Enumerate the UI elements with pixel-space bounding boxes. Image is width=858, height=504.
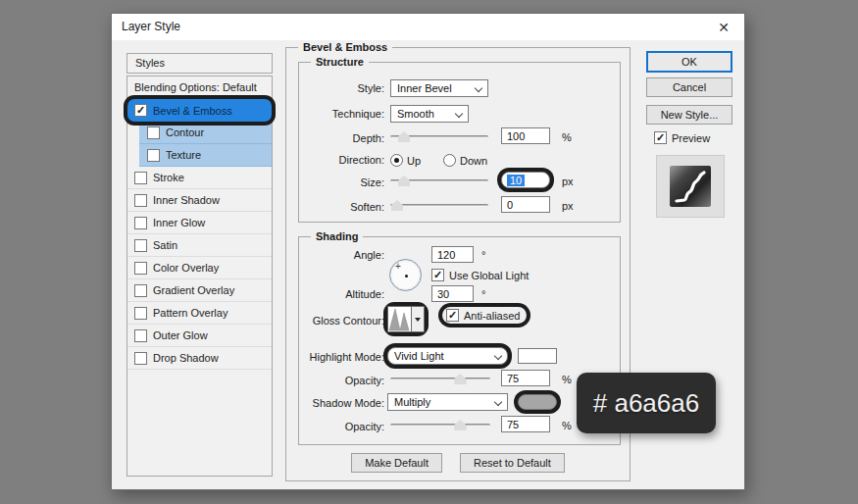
size-unit: px xyxy=(562,176,574,187)
shadow-color-swatch[interactable] xyxy=(518,394,557,410)
sidebar-item-bevel-emboss[interactable]: ✓ Bevel & Emboss xyxy=(127,99,272,122)
sidebar-item-satin[interactable]: Satin xyxy=(127,234,272,257)
checkbox[interactable] xyxy=(134,239,147,252)
cancel-button[interactable]: Cancel xyxy=(646,77,732,97)
shading-group: Shading Angle: + 120 ° ✓ Use Global Ligh… xyxy=(298,236,621,445)
opacity-value: 75 xyxy=(507,419,519,430)
sidebar-item-inner-glow[interactable]: Inner Glow xyxy=(127,212,272,234)
slider-thumb[interactable] xyxy=(391,200,403,211)
checkbox[interactable] xyxy=(134,194,147,207)
sidebar-item-blending-options[interactable]: Blending Options: Default xyxy=(127,76,272,99)
size-slider[interactable] xyxy=(390,175,488,187)
sidebar-item-label: Satin xyxy=(153,239,177,251)
sidebar-item-label: Color Overlay xyxy=(153,262,219,274)
dialog-titlebar[interactable]: Layer Style ✕ xyxy=(112,14,744,40)
checkbox[interactable] xyxy=(134,352,147,365)
slider-track xyxy=(390,204,488,207)
checkbox[interactable]: ✓ xyxy=(446,309,459,322)
highlight-mode-dropdown[interactable]: Vivid Light xyxy=(387,347,508,365)
structure-group: Structure Style: Inner Bevel Technique: … xyxy=(298,62,621,223)
reset-to-default-button[interactable]: Reset to Default xyxy=(460,453,565,473)
shadow-opacity-input[interactable]: 75 xyxy=(501,416,550,432)
sidebar-item-stroke[interactable]: Stroke xyxy=(127,167,272,189)
sidebar-item-texture[interactable]: Texture xyxy=(139,144,272,167)
sidebar-item-label: Stroke xyxy=(153,172,184,183)
soften-input[interactable]: 0 xyxy=(501,196,550,213)
use-global-light-label: Use Global Light xyxy=(449,270,529,281)
altitude-input[interactable]: 30 xyxy=(431,285,474,302)
opacity-unit: % xyxy=(562,420,572,431)
preview-checkbox[interactable]: ✓ Preview xyxy=(654,131,710,144)
contour-dropdown-arrow[interactable] xyxy=(412,306,425,332)
angle-dial[interactable]: + xyxy=(389,259,422,291)
checkbox[interactable]: ✓ xyxy=(431,269,444,281)
style-dropdown[interactable]: Inner Bevel xyxy=(390,79,488,97)
sidebar-item-drop-shadow[interactable]: Drop Shadow xyxy=(127,347,272,370)
direction-up-label: Up xyxy=(407,155,421,167)
depth-input[interactable]: 100 xyxy=(501,127,550,144)
depth-slider[interactable] xyxy=(390,130,488,143)
checkbox[interactable] xyxy=(147,149,160,162)
sidebar-item-contour[interactable]: Contour xyxy=(139,122,272,144)
dialog-title: Layer Style xyxy=(122,20,180,33)
sidebar-item-color-overlay[interactable]: Color Overlay xyxy=(127,257,272,279)
slider-thumb[interactable] xyxy=(454,420,466,430)
soften-label: Soften: xyxy=(299,201,384,213)
angle-label: Angle: xyxy=(299,249,384,261)
ok-button[interactable]: OK xyxy=(646,51,732,73)
highlight-opacity-slider[interactable] xyxy=(390,373,490,385)
shadow-opacity-slider[interactable] xyxy=(390,419,490,431)
slider-thumb[interactable] xyxy=(454,374,466,384)
styles-header: Styles xyxy=(126,53,273,74)
slider-thumb[interactable] xyxy=(398,131,410,142)
highlight-mode-label: Highlight Mode: xyxy=(299,351,384,363)
checkbox[interactable] xyxy=(134,172,147,184)
angle-pointer-icon[interactable]: + xyxy=(395,261,401,272)
soften-slider[interactable] xyxy=(390,199,488,212)
checkbox[interactable] xyxy=(134,262,147,275)
close-icon[interactable]: ✕ xyxy=(711,17,736,37)
shadow-mode-dropdown[interactable]: Multiply xyxy=(387,393,508,411)
checkbox[interactable] xyxy=(147,126,160,139)
size-input[interactable]: 10 xyxy=(501,172,550,188)
checkbox[interactable] xyxy=(134,284,147,297)
highlight-color-swatch[interactable] xyxy=(518,348,557,364)
shading-title: Shading xyxy=(311,230,363,242)
sidebar-item-outer-glow[interactable]: Outer Glow xyxy=(127,325,272,347)
opacity-label: Opacity: xyxy=(299,421,384,432)
checkbox[interactable]: ✓ xyxy=(134,104,147,117)
dial-center-dot xyxy=(405,275,408,277)
sidebar-item-label: Inner Glow xyxy=(153,217,205,228)
checkbox[interactable] xyxy=(134,217,147,229)
photoshop-workspace: Layer Style ✕ Styles Blending Options: D… xyxy=(0,0,858,504)
checkbox[interactable] xyxy=(134,307,147,320)
sidebar-item-inner-shadow[interactable]: Inner Shadow xyxy=(127,189,272,212)
sidebar-item-gradient-overlay[interactable]: Gradient Overlay xyxy=(127,279,272,302)
direction-up-radio[interactable] xyxy=(390,154,403,167)
highlight-mode-value: Vivid Light xyxy=(394,350,444,362)
structure-title: Structure xyxy=(311,56,369,68)
depth-label: Depth: xyxy=(299,132,384,144)
direction-down-radio[interactable] xyxy=(443,154,456,167)
angle-input[interactable]: 120 xyxy=(431,246,474,263)
make-default-button[interactable]: Make Default xyxy=(351,453,442,473)
panel-title: Bevel & Emboss xyxy=(298,41,392,53)
chevron-down-icon xyxy=(475,84,482,92)
checkbox[interactable]: ✓ xyxy=(654,131,667,144)
highlight-opacity-input[interactable]: 75 xyxy=(501,370,550,386)
shadow-mode-label: Shadow Mode: xyxy=(299,397,384,409)
chevron-down-icon xyxy=(494,352,502,360)
technique-dropdown[interactable]: Smooth xyxy=(390,105,469,123)
gloss-contour-picker[interactable] xyxy=(387,306,425,332)
slider-thumb[interactable] xyxy=(398,176,410,186)
depth-value: 100 xyxy=(507,130,525,142)
direction-label: Direction: xyxy=(299,154,384,166)
slider-track xyxy=(390,424,490,427)
contour-thumbnail-icon[interactable] xyxy=(387,306,412,332)
triangle-down-icon xyxy=(415,318,421,322)
checkbox[interactable] xyxy=(134,329,147,342)
new-style-button[interactable]: New Style... xyxy=(646,105,732,125)
use-global-light-checkbox[interactable]: ✓ Use Global Light xyxy=(431,269,529,281)
anti-aliased-checkbox[interactable]: ✓ Anti-aliased xyxy=(442,307,527,324)
sidebar-item-pattern-overlay[interactable]: Pattern Overlay xyxy=(127,302,272,325)
